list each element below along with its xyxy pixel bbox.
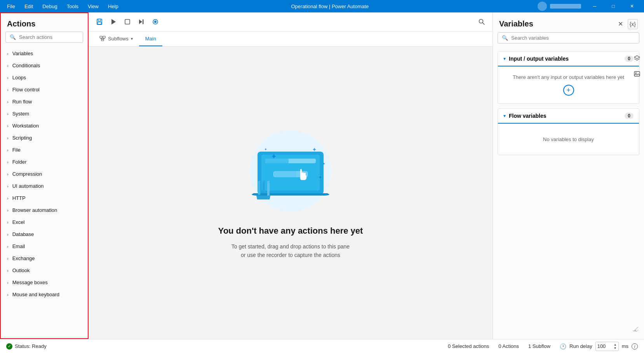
action-item-mouse-keyboard[interactable]: › Mouse and keyboard [1, 288, 88, 301]
save-button[interactable] [93, 16, 106, 28]
action-item-excel[interactable]: › Excel [1, 216, 88, 228]
layers-icon[interactable] [630, 51, 644, 65]
variables-code-button[interactable]: {x} [628, 19, 638, 29]
action-label: File [12, 147, 21, 153]
action-item-conditionals[interactable]: › Conditionals [1, 59, 88, 72]
search-variables-box[interactable]: 🔍 [498, 32, 639, 44]
action-label: Message boxes [12, 280, 48, 285]
search-variables-input[interactable] [511, 35, 635, 41]
action-item-workstation[interactable]: › Workstation [1, 120, 88, 132]
menu-debug[interactable]: Debug [38, 2, 61, 11]
action-item-run-flow[interactable]: › Run flow [1, 96, 88, 108]
empty-state-title: You don't have any actions here yet [218, 226, 363, 236]
action-item-email[interactable]: › Email [1, 240, 88, 252]
empty-state: You don't have any actions here yet To g… [89, 47, 493, 339]
action-item-message-boxes[interactable]: › Message boxes [1, 276, 88, 288]
menu-bar: File Edit Debug Tools View Help [3, 2, 122, 11]
svg-rect-30 [633, 331, 635, 332]
maximize-button[interactable]: □ [604, 0, 622, 12]
actions-title: Actions [1, 13, 88, 31]
svg-rect-12 [103, 36, 105, 38]
action-item-folder[interactable]: › Folder [1, 156, 88, 168]
action-item-browser-automation[interactable]: › Browser automation [1, 204, 88, 216]
action-item-system[interactable]: › System [1, 108, 88, 120]
action-item-outlook[interactable]: › Outlook [1, 264, 88, 276]
window-controls: ─ □ ✕ [586, 0, 641, 12]
action-label: HTTP [12, 195, 26, 201]
search-actions-input[interactable] [19, 34, 79, 40]
search-button[interactable] [475, 16, 488, 28]
subflows-chevron-icon: ▾ [131, 37, 133, 41]
chevron-right-icon: › [7, 220, 9, 225]
tab-subflows[interactable]: Subflows ▾ [93, 31, 139, 46]
menu-file[interactable]: File [3, 2, 19, 11]
eraser-button[interactable] [632, 325, 639, 334]
action-item-scripting[interactable]: › Scripting [1, 132, 88, 144]
minimize-button[interactable]: ─ [586, 0, 604, 12]
action-item-compression[interactable]: › Compression [1, 168, 88, 180]
action-item-database[interactable]: › Database [1, 228, 88, 240]
center-panel: Subflows ▾ Main [89, 12, 493, 339]
action-item-variables[interactable]: › Variables [1, 47, 88, 59]
input-output-section-header[interactable]: ▾ Input / output variables 0 [498, 52, 639, 66]
run-button[interactable] [107, 16, 120, 28]
search-actions-box[interactable]: 🔍 [5, 31, 83, 43]
action-label: System [12, 111, 29, 117]
toolbar [89, 12, 493, 31]
menu-tools[interactable]: Tools [63, 2, 82, 11]
svg-rect-4 [125, 19, 130, 24]
flow-variables-section-body: No variables to display [498, 124, 639, 155]
chevron-right-icon: › [7, 196, 9, 201]
svg-rect-6 [143, 19, 144, 24]
input-output-section-title: Input / output variables [509, 56, 621, 62]
image-icon[interactable] [630, 67, 644, 81]
action-label: Workstation [12, 123, 39, 129]
chevron-right-icon: › [7, 112, 9, 116]
spinner-up-icon[interactable]: ▲ [614, 343, 617, 346]
menu-help[interactable]: Help [104, 2, 122, 11]
variables-body: ▾ Input / output variables 0 There aren'… [493, 48, 644, 339]
title-bar: File Edit Debug Tools View Help Operatio… [0, 0, 644, 12]
svg-rect-22 [265, 159, 289, 163]
action-item-ui-automation[interactable]: › UI automation [1, 180, 88, 192]
action-item-flow-control[interactable]: › Flow control [1, 84, 88, 96]
run-delay-input[interactable]: 100 ▲ ▼ [595, 342, 619, 351]
actions-count: 0 Actions [498, 343, 519, 349]
variables-close-button[interactable]: ✕ [616, 19, 625, 29]
app-body: Actions 🔍 › Variables › Conditionals › L… [0, 12, 644, 339]
stop-button[interactable] [121, 16, 134, 28]
chevron-right-icon: › [7, 136, 9, 140]
run-delay-spinners[interactable]: ▲ ▼ [614, 343, 617, 350]
menu-edit[interactable]: Edit [21, 2, 37, 11]
svg-point-29 [635, 73, 637, 74]
action-item-exchange[interactable]: › Exchange [1, 252, 88, 264]
window-title: Operational flow | Power Automate [122, 3, 538, 9]
add-input-output-variable-button[interactable]: + [563, 85, 574, 96]
tab-main[interactable]: Main [139, 31, 162, 46]
action-label: Compression [12, 171, 42, 177]
status-ready: ✓ Status: Ready [6, 343, 47, 350]
close-button[interactable]: ✕ [623, 0, 641, 12]
action-item-http[interactable]: › HTTP [1, 192, 88, 204]
action-label: Mouse and keyboard [12, 292, 59, 297]
subflows-label: Subflows [108, 36, 129, 42]
run-delay-control: 🕐 Run delay 100 ▲ ▼ ms i [560, 342, 638, 351]
flow-variables-section-header[interactable]: ▾ Flow variables 0 [498, 109, 639, 124]
action-label: Flow control [12, 87, 40, 93]
flow-variables-count-badge: 0 [625, 113, 634, 119]
record-button[interactable] [149, 16, 162, 28]
user-name-placeholder [550, 4, 581, 9]
spinner-down-icon[interactable]: ▼ [614, 346, 617, 350]
chevron-right-icon: › [7, 75, 9, 80]
next-step-button[interactable] [135, 16, 148, 28]
svg-rect-2 [98, 22, 101, 24]
action-item-file[interactable]: › File [1, 144, 88, 156]
action-label: UI automation [12, 183, 44, 189]
menu-view[interactable]: View [84, 2, 103, 11]
info-icon[interactable]: i [632, 343, 638, 350]
flow-variables-section-title: Flow variables [509, 113, 621, 119]
action-item-loops[interactable]: › Loops [1, 72, 88, 84]
action-label: Scripting [12, 135, 32, 141]
action-label: Conditionals [12, 63, 40, 68]
chevron-right-icon: › [7, 256, 9, 261]
